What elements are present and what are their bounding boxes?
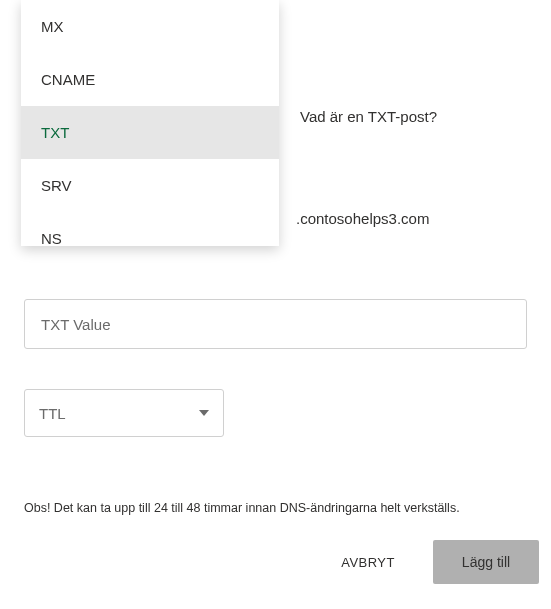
dns-propagation-notice: Obs! Det kan ta upp till 24 till 48 timm… <box>24 501 460 515</box>
record-type-option-mx[interactable]: MX <box>21 0 279 53</box>
record-type-option-srv[interactable]: SRV <box>21 159 279 212</box>
submit-button[interactable]: Lägg till <box>433 540 539 584</box>
record-type-dropdown[interactable]: MX CNAME TXT SRV NS <box>21 0 279 246</box>
action-buttons: AVBRYT Lägg till <box>0 540 551 584</box>
txt-help-link[interactable]: Vad är en TXT-post? <box>300 108 437 125</box>
domain-suffix-label: .contosohelps3.com <box>296 210 429 227</box>
record-type-option-list[interactable]: MX CNAME TXT SRV NS <box>21 0 279 246</box>
chevron-down-icon <box>199 410 209 416</box>
record-type-option-ns[interactable]: NS <box>21 212 279 246</box>
ttl-select-label: TTL <box>39 405 66 422</box>
ttl-select[interactable]: TTL <box>24 389 224 437</box>
record-type-option-txt[interactable]: TXT <box>21 106 279 159</box>
record-type-option-cname[interactable]: CNAME <box>21 53 279 106</box>
cancel-button[interactable]: AVBRYT <box>331 541 405 584</box>
txt-value-input[interactable] <box>24 299 527 349</box>
